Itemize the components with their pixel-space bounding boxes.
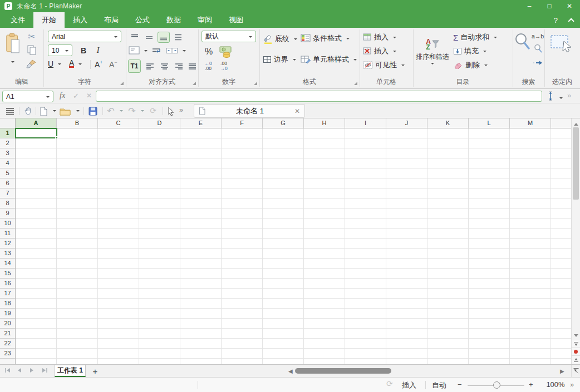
confirm-entry-button[interactable]: ✓ [73, 92, 79, 100]
row-header-19[interactable]: 19 [0, 309, 15, 319]
row-header-13[interactable]: 13 [0, 249, 15, 259]
minimize-button[interactable]: – [523, 2, 535, 10]
sidebar-menu-button[interactable] [4, 107, 16, 115]
formula-input[interactable] [96, 91, 542, 102]
search-button[interactable] [513, 31, 531, 53]
selection-mode-button[interactable] [549, 32, 576, 57]
menu-tab-布局[interactable]: 布局 [96, 12, 127, 28]
split-up-button[interactable] [572, 340, 580, 348]
cell-style-button[interactable]: 单元格样式 [301, 54, 357, 64]
font-color-button[interactable]: A [69, 59, 82, 68]
bold-button[interactable]: B [78, 44, 89, 56]
row-header-23[interactable]: 23 [0, 349, 15, 359]
font-size-combo[interactable]: 10 [48, 44, 72, 56]
add-decimal-button[interactable]: ←0.00 [201, 60, 215, 72]
column-header-L[interactable]: L [469, 118, 510, 128]
active-cell[interactable] [15, 128, 57, 138]
row-header-7[interactable]: 7 [0, 188, 15, 199]
format-cell-button[interactable] [129, 46, 148, 55]
wrap-text-button[interactable] [150, 46, 163, 56]
shading-button[interactable]: 底纹 [263, 33, 297, 44]
prev-sheet-button[interactable] [17, 368, 22, 373]
font-name-combo[interactable]: Arial [48, 31, 121, 42]
autosum-button[interactable]: Σ 自动求和 [453, 32, 497, 42]
object-mode-button[interactable] [166, 106, 176, 116]
replace-button[interactable]: a→b [532, 32, 544, 40]
status-bar-overflow[interactable]: » [570, 380, 574, 389]
select-all-corner[interactable] [0, 118, 16, 128]
zoom-slider-thumb[interactable] [493, 381, 500, 389]
underline-button[interactable]: U [48, 59, 61, 68]
insert-mode-indicator[interactable]: 插入 [402, 380, 416, 390]
alignment-dialog-launcher[interactable] [193, 82, 196, 85]
repeat-button[interactable]: ⟳ [148, 105, 158, 116]
column-header-D[interactable]: D [139, 118, 180, 128]
row-header-6[interactable]: 6 [0, 178, 15, 188]
halign-right-button[interactable] [173, 61, 185, 72]
number-dialog-launcher[interactable] [254, 82, 257, 85]
menu-tab-审阅[interactable]: 审阅 [189, 12, 220, 28]
valign-justify-button[interactable] [172, 32, 184, 43]
text-orientation-button[interactable]: T1 [128, 59, 141, 73]
insert-function-button[interactable]: fx [60, 91, 65, 100]
column-header-K[interactable]: K [427, 118, 469, 128]
copy-button[interactable] [26, 44, 38, 56]
row-header-16[interactable]: 16 [0, 279, 15, 289]
row-header-21[interactable]: 21 [0, 329, 15, 339]
cut-button[interactable]: ✂ [26, 31, 38, 42]
row-header-17[interactable]: 17 [0, 289, 15, 299]
menu-tab-插入[interactable]: 插入 [65, 12, 96, 28]
sort-filter-button[interactable]: AZ 排序和筛选 [415, 30, 450, 73]
italic-button[interactable]: I [92, 44, 104, 56]
column-header-E[interactable]: E [180, 118, 222, 128]
close-button[interactable]: ✕ [563, 2, 576, 10]
row-header-15[interactable]: 15 [0, 269, 15, 279]
valign-top-button[interactable] [129, 32, 141, 43]
insert-rows-button[interactable]: 插入 [363, 32, 396, 42]
merge-cells-button[interactable] [166, 46, 186, 55]
column-header-F[interactable]: F [222, 118, 263, 128]
menu-tab-数据[interactable]: 数据 [158, 12, 189, 28]
collapse-ribbon-icon[interactable] [568, 18, 574, 24]
paste-button[interactable] [3, 31, 22, 56]
visibility-button[interactable]: 可见性 [363, 60, 405, 70]
document-tab[interactable]: 未命名 1 ✕ [194, 104, 305, 118]
menu-tab-公式[interactable]: 公式 [127, 12, 158, 28]
formula-bar-height-handle[interactable] [548, 91, 553, 101]
row-header-18[interactable]: 18 [0, 299, 15, 309]
redo-dropdown[interactable] [139, 109, 144, 112]
hscroll-left-icon[interactable]: ◀ [288, 368, 293, 374]
last-sheet-button[interactable] [41, 368, 48, 373]
column-header-G[interactable]: G [263, 118, 304, 128]
split-down-button[interactable] [572, 356, 580, 364]
row-header-22[interactable]: 22 [0, 339, 15, 349]
column-header-C[interactable]: C [98, 118, 139, 128]
row-header-4[interactable]: 4 [0, 158, 15, 168]
column-header-J[interactable]: J [386, 118, 427, 128]
row-header-11[interactable]: 11 [0, 229, 15, 239]
zoom-out-button[interactable]: − [458, 380, 462, 389]
open-dropdown[interactable] [74, 109, 80, 112]
sheet-tab-active[interactable]: 工作表 1 [55, 365, 86, 377]
halign-center-button[interactable] [159, 61, 171, 72]
insert-cells-button[interactable]: 插入 [363, 46, 396, 56]
menu-tab-开始[interactable]: 开始 [33, 12, 65, 28]
paste-dropdown[interactable] [9, 60, 14, 63]
conditional-format-button[interactable]: 条件格式 [301, 33, 350, 43]
formula-bar-dropdown[interactable] [557, 93, 563, 101]
toolbar-overflow[interactable]: » [179, 106, 183, 114]
open-button[interactable] [59, 107, 71, 116]
column-header-M[interactable]: M [510, 118, 551, 128]
maximize-button[interactable]: □ [543, 2, 556, 10]
erase-button[interactable]: 删除 [453, 60, 488, 70]
column-header-H[interactable]: H [304, 118, 345, 128]
cell-grid[interactable] [16, 128, 571, 364]
recalc-mode-indicator[interactable]: 自动 [432, 380, 446, 390]
scroll-up-icon[interactable] [574, 121, 578, 126]
touch-mode-button[interactable] [22, 106, 33, 116]
help-button[interactable]: ? [554, 16, 558, 24]
new-document-button[interactable] [39, 106, 48, 116]
row-header-3[interactable]: 3 [0, 148, 15, 158]
next-sheet-button[interactable] [29, 368, 35, 373]
fill-handle[interactable] [55, 136, 58, 139]
